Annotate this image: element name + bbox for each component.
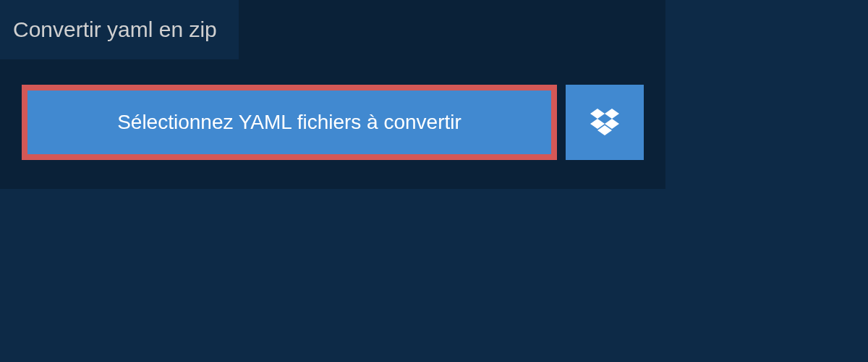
dropbox-button[interactable]: [566, 85, 644, 160]
select-files-button[interactable]: Sélectionnez YAML fichiers à convertir: [22, 85, 557, 160]
select-files-label: Sélectionnez YAML fichiers à convertir: [117, 111, 461, 134]
content-area: Sélectionnez YAML fichiers à convertir: [0, 59, 665, 189]
dropbox-icon: [590, 109, 619, 136]
tab-area: Convertir yaml en zip: [0, 0, 665, 59]
tab-title: Convertir yaml en zip: [13, 17, 217, 41]
converter-tab[interactable]: Convertir yaml en zip: [0, 0, 239, 59]
converter-panel: Convertir yaml en zip Sélectionnez YAML …: [0, 0, 665, 189]
